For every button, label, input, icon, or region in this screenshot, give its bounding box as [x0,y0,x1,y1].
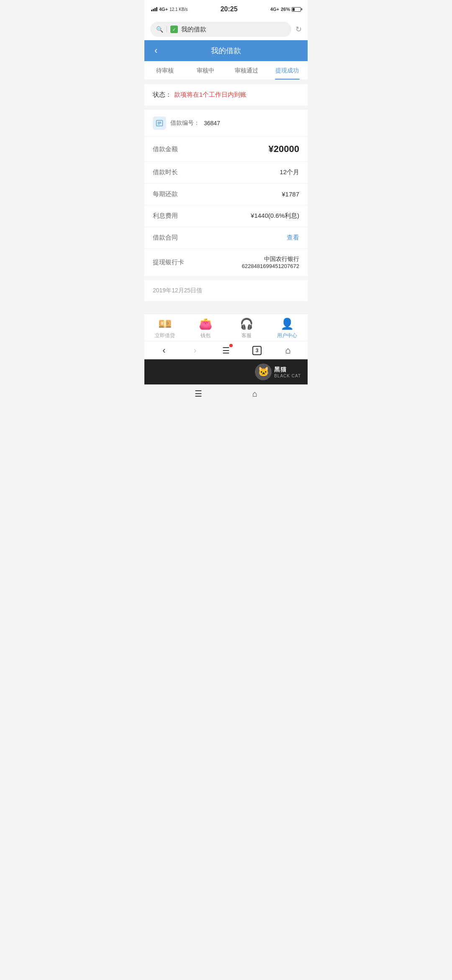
browser-bar: 🔍 ✓ 我的借款 ↻ [144,18,308,40]
back-button[interactable]: ‹ [151,44,161,58]
status-right: 4G+ 26% [270,7,301,12]
tab-bar: 待审核 审核中 审核通过 提现成功 [144,61,308,80]
tab-approved[interactable]: 审核通过 [226,61,267,80]
battery-icon [292,7,301,12]
user-icon: 👤 [280,317,294,330]
system-nav-bar: ‹ › ☰ 3 ⌂ [144,341,308,359]
page-title: 我的借款 [211,46,241,56]
search-box[interactable]: 🔍 ✓ 我的借款 [150,22,291,37]
battery-percent: 26% [281,7,290,12]
date-section: 2019年12月25日借 [144,280,308,301]
nav-service[interactable]: 🎧 客服 [226,317,267,339]
loan-id-icon [153,116,166,130]
sys-menu-button[interactable]: ☰ [218,342,234,359]
sys-home-button[interactable]: ⌂ [280,342,296,359]
bank-card-number: 6228481699451207672 [242,263,299,269]
loan-contract-link[interactable]: 查看 [287,234,299,242]
bottom-menu-icon[interactable]: ☰ [195,389,202,399]
nav-user[interactable]: 👤 用户中心 [267,317,308,339]
sys-menu-icon: ☰ [222,346,230,356]
loan-duration-row: 借款时长 12个月 [144,162,308,183]
bottom-system-nav: ☰ ⌂ [144,384,308,403]
loan-monthly-row: 每期还款 ¥1787 [144,183,308,205]
cat-name: 黑猫 [274,366,301,374]
loan-icon: 💴 [158,317,172,330]
loan-id-number: 36847 [204,120,220,126]
user-label: 用户中心 [277,332,297,339]
search-text: 我的借款 [181,26,206,34]
loan-label: 立即借贷 [155,332,175,339]
shield-icon: ✓ [170,26,178,33]
loan-duration-label: 借款时长 [153,168,178,176]
refresh-icon[interactable]: ↻ [295,25,302,34]
tab-withdrawn[interactable]: 提现成功 [267,61,308,80]
tab-reviewing[interactable]: 审核中 [185,61,226,80]
tab-count: 3 [252,346,262,355]
speed-label: 12.1 KB/s [170,7,187,12]
bank-card-label: 提现银行卡 [153,258,184,266]
loan-contract-row: 借款合同 查看 [144,227,308,249]
loan-id-label: 借款编号： [170,119,200,127]
loan-card: 借款编号： 36847 借款金额 ¥20000 借款时长 12个月 每期还款 ¥… [144,110,308,276]
main-content: 状态： 款项将在1个工作日内到账 借款编号： 36847 [144,80,308,314]
search-icon: 🔍 [156,26,163,33]
cat-icon: 🐱 [255,364,272,380]
sys-forward-button[interactable]: › [187,342,203,359]
nav-loan[interactable]: 💴 立即借贷 [144,317,185,339]
bank-card-row: 提现银行卡 中国农行银行 6228481699451207672 [144,249,308,276]
loan-monthly-label: 每期还款 [153,190,178,198]
loan-date: 2019年12月25日借 [153,287,202,294]
black-cat-logo: 🐱 黑猫 BLACK CAT [255,364,301,380]
sys-forward-icon: › [193,345,196,356]
sys-tab-button[interactable]: 3 [249,342,265,359]
menu-notification-dot [229,344,233,347]
loan-monthly-value: ¥1787 [282,191,299,198]
signal-bars [151,7,157,11]
service-label: 客服 [241,332,252,339]
sys-back-icon: ‹ [162,345,165,356]
loan-interest-row: 利息费用 ¥1440(0.6%利息) [144,205,308,227]
sys-home-icon: ⌂ [285,345,290,356]
loan-interest-label: 利息费用 [153,212,178,220]
loan-id-row: 借款编号： 36847 [144,110,308,137]
bank-info: 中国农行银行 6228481699451207672 [242,255,299,269]
service-icon: 🎧 [240,317,253,330]
loan-contract-label: 借款合同 [153,234,178,242]
carrier-label: 4G+ [159,7,168,12]
cat-subtext: BLACK CAT [274,374,301,378]
status-label: 状态： [153,91,172,99]
status-section: 状态： 款项将在1个工作日内到账 [144,84,308,106]
bottom-home-icon[interactable]: ⌂ [252,389,257,399]
black-cat-footer: 🐱 黑猫 BLACK CAT [144,359,308,384]
nav-wallet[interactable]: 👛 钱包 [185,317,226,339]
bottom-nav: 💴 立即借贷 👛 钱包 🎧 客服 👤 用户中心 [144,314,308,341]
tab-pending-review[interactable]: 待审核 [144,61,185,80]
sys-back-button[interactable]: ‹ [156,342,172,359]
wallet-label: 钱包 [200,332,211,339]
loan-amount-value: ¥20000 [269,144,299,155]
wallet-icon: 👛 [199,317,212,330]
loan-amount-row: 借款金额 ¥20000 [144,137,308,162]
clock: 20:25 [221,5,238,13]
status-left: 4G+ 12.1 KB/s [151,7,187,12]
network-label: 4G+ [270,7,279,12]
loan-amount-label: 借款金额 [153,145,178,153]
loan-interest-value: ¥1440(0.6%利息) [251,212,299,220]
status-bar: 4G+ 12.1 KB/s 20:25 4G+ 26% [144,0,308,18]
loan-duration-value: 12个月 [280,168,299,176]
bank-name: 中国农行银行 [242,255,299,263]
page-header: ‹ 我的借款 [144,40,308,61]
search-divider [167,26,167,33]
status-value: 款项将在1个工作日内到账 [174,91,247,99]
